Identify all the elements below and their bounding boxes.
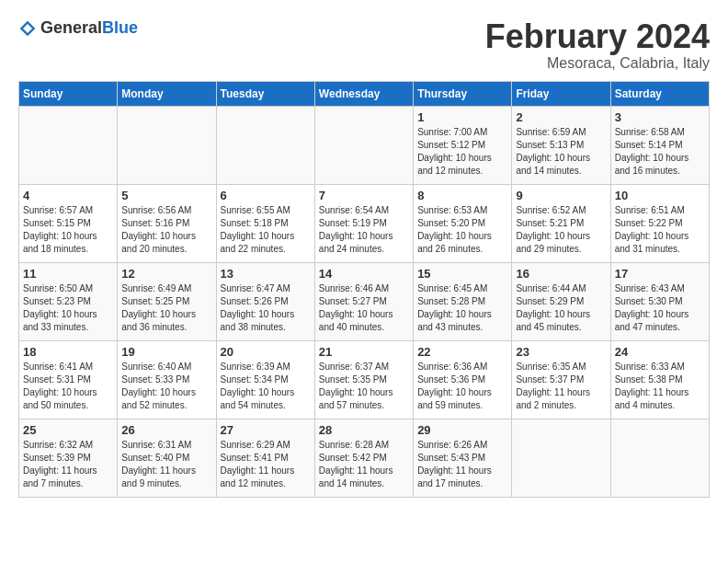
day-info: Sunrise: 6:43 AM Sunset: 5:30 PM Dayligh… <box>615 282 705 334</box>
calendar-cell: 10Sunrise: 6:51 AM Sunset: 5:22 PM Dayli… <box>610 184 709 262</box>
calendar-cell <box>216 106 314 184</box>
title-block: February 2024 Mesoraca, Calabria, Italy <box>485 18 710 72</box>
header-row: SundayMondayTuesdayWednesdayThursdayFrid… <box>19 81 710 106</box>
column-header-sunday: Sunday <box>19 81 118 106</box>
calendar-cell: 7Sunrise: 6:54 AM Sunset: 5:19 PM Daylig… <box>314 184 413 262</box>
day-info: Sunrise: 6:55 AM Sunset: 5:18 PM Dayligh… <box>221 204 311 256</box>
day-number: 29 <box>417 423 507 437</box>
calendar-cell: 15Sunrise: 6:45 AM Sunset: 5:28 PM Dayli… <box>414 262 512 340</box>
calendar-cell: 2Sunrise: 6:59 AM Sunset: 5:13 PM Daylig… <box>512 106 610 184</box>
day-number: 28 <box>319 423 409 437</box>
day-number: 4 <box>23 189 113 202</box>
calendar-cell: 17Sunrise: 6:43 AM Sunset: 5:30 PM Dayli… <box>610 262 709 340</box>
day-info: Sunrise: 6:26 AM Sunset: 5:43 PM Dayligh… <box>417 439 507 490</box>
day-info: Sunrise: 6:39 AM Sunset: 5:34 PM Dayligh… <box>221 361 311 412</box>
calendar-cell <box>19 106 118 184</box>
day-number: 2 <box>516 110 606 124</box>
calendar-cell: 8Sunrise: 6:53 AM Sunset: 5:20 PM Daylig… <box>414 184 512 262</box>
day-number: 12 <box>121 267 211 281</box>
calendar-cell: 25Sunrise: 6:32 AM Sunset: 5:39 PM Dayli… <box>19 419 118 497</box>
day-info: Sunrise: 6:52 AM Sunset: 5:21 PM Dayligh… <box>516 204 606 256</box>
day-info: Sunrise: 7:00 AM Sunset: 5:12 PM Dayligh… <box>417 126 507 178</box>
calendar-cell: 16Sunrise: 6:44 AM Sunset: 5:29 PM Dayli… <box>512 262 610 340</box>
day-info: Sunrise: 6:57 AM Sunset: 5:15 PM Dayligh… <box>23 204 113 256</box>
calendar-cell: 11Sunrise: 6:50 AM Sunset: 5:23 PM Dayli… <box>19 262 118 340</box>
day-number: 3 <box>615 110 705 124</box>
day-info: Sunrise: 6:44 AM Sunset: 5:29 PM Dayligh… <box>516 282 606 334</box>
calendar-cell: 12Sunrise: 6:49 AM Sunset: 5:25 PM Dayli… <box>118 262 216 340</box>
calendar-cell <box>314 106 413 184</box>
day-number: 24 <box>615 345 705 359</box>
day-number: 5 <box>121 189 211 202</box>
day-number: 21 <box>319 345 409 359</box>
page-title: February 2024 <box>485 18 710 55</box>
day-info: Sunrise: 6:36 AM Sunset: 5:36 PM Dayligh… <box>417 361 507 412</box>
week-row-3: 11Sunrise: 6:50 AM Sunset: 5:23 PM Dayli… <box>19 262 710 340</box>
calendar-cell: 6Sunrise: 6:55 AM Sunset: 5:18 PM Daylig… <box>216 184 314 262</box>
day-info: Sunrise: 6:45 AM Sunset: 5:28 PM Dayligh… <box>417 282 507 334</box>
column-header-thursday: Thursday <box>414 81 512 106</box>
calendar-header: SundayMondayTuesdayWednesdayThursdayFrid… <box>19 81 710 106</box>
logo-icon <box>18 19 37 38</box>
day-number: 16 <box>516 267 606 281</box>
logo: GeneralBlue <box>18 18 138 38</box>
day-number: 8 <box>417 189 507 202</box>
day-info: Sunrise: 6:50 AM Sunset: 5:23 PM Dayligh… <box>23 282 113 334</box>
calendar-cell: 5Sunrise: 6:56 AM Sunset: 5:16 PM Daylig… <box>118 184 216 262</box>
day-number: 19 <box>121 345 211 359</box>
week-row-5: 25Sunrise: 6:32 AM Sunset: 5:39 PM Dayli… <box>19 419 710 497</box>
calendar-cell: 20Sunrise: 6:39 AM Sunset: 5:34 PM Dayli… <box>216 340 314 419</box>
day-info: Sunrise: 6:40 AM Sunset: 5:33 PM Dayligh… <box>121 361 211 412</box>
column-header-friday: Friday <box>512 81 610 106</box>
calendar-cell: 9Sunrise: 6:52 AM Sunset: 5:21 PM Daylig… <box>512 184 610 262</box>
day-number: 10 <box>615 189 705 202</box>
week-row-2: 4Sunrise: 6:57 AM Sunset: 5:15 PM Daylig… <box>19 184 710 262</box>
calendar-cell: 23Sunrise: 6:35 AM Sunset: 5:37 PM Dayli… <box>512 340 610 419</box>
day-info: Sunrise: 6:29 AM Sunset: 5:41 PM Dayligh… <box>221 439 311 490</box>
day-info: Sunrise: 6:49 AM Sunset: 5:25 PM Dayligh… <box>121 282 211 334</box>
day-number: 25 <box>23 423 113 437</box>
day-number: 23 <box>516 345 606 359</box>
day-info: Sunrise: 6:59 AM Sunset: 5:13 PM Dayligh… <box>516 126 606 178</box>
day-number: 26 <box>121 423 211 437</box>
day-number: 27 <box>221 423 311 437</box>
calendar-cell: 1Sunrise: 7:00 AM Sunset: 5:12 PM Daylig… <box>414 106 512 184</box>
page-subtitle: Mesoraca, Calabria, Italy <box>485 55 710 72</box>
day-info: Sunrise: 6:31 AM Sunset: 5:40 PM Dayligh… <box>121 439 211 490</box>
day-number: 15 <box>417 267 507 281</box>
day-number: 1 <box>417 110 507 124</box>
day-number: 11 <box>23 267 113 281</box>
day-info: Sunrise: 6:33 AM Sunset: 5:38 PM Dayligh… <box>615 361 705 412</box>
column-header-wednesday: Wednesday <box>314 81 413 106</box>
calendar-cell: 21Sunrise: 6:37 AM Sunset: 5:35 PM Dayli… <box>314 340 413 419</box>
day-number: 13 <box>221 267 311 281</box>
calendar-cell: 13Sunrise: 6:47 AM Sunset: 5:26 PM Dayli… <box>216 262 314 340</box>
day-info: Sunrise: 6:46 AM Sunset: 5:27 PM Dayligh… <box>319 282 409 334</box>
day-number: 14 <box>319 267 409 281</box>
day-number: 22 <box>417 345 507 359</box>
day-number: 20 <box>221 345 311 359</box>
day-info: Sunrise: 6:53 AM Sunset: 5:20 PM Dayligh… <box>417 204 507 256</box>
day-info: Sunrise: 6:56 AM Sunset: 5:16 PM Dayligh… <box>121 204 211 256</box>
day-info: Sunrise: 6:35 AM Sunset: 5:37 PM Dayligh… <box>516 361 606 412</box>
day-number: 7 <box>319 189 409 202</box>
calendar-cell: 18Sunrise: 6:41 AM Sunset: 5:31 PM Dayli… <box>19 340 118 419</box>
column-header-monday: Monday <box>118 81 216 106</box>
day-info: Sunrise: 6:51 AM Sunset: 5:22 PM Dayligh… <box>615 204 705 256</box>
day-info: Sunrise: 6:58 AM Sunset: 5:14 PM Dayligh… <box>615 126 705 178</box>
calendar-cell: 26Sunrise: 6:31 AM Sunset: 5:40 PM Dayli… <box>118 419 216 497</box>
day-info: Sunrise: 6:54 AM Sunset: 5:19 PM Dayligh… <box>319 204 409 256</box>
column-header-tuesday: Tuesday <box>216 81 314 106</box>
calendar-cell: 19Sunrise: 6:40 AM Sunset: 5:33 PM Dayli… <box>118 340 216 419</box>
day-info: Sunrise: 6:32 AM Sunset: 5:39 PM Dayligh… <box>23 439 113 490</box>
day-number: 6 <box>221 189 311 202</box>
calendar-cell: 24Sunrise: 6:33 AM Sunset: 5:38 PM Dayli… <box>610 340 709 419</box>
calendar-cell: 4Sunrise: 6:57 AM Sunset: 5:15 PM Daylig… <box>19 184 118 262</box>
day-info: Sunrise: 6:47 AM Sunset: 5:26 PM Dayligh… <box>221 282 311 334</box>
calendar-cell: 29Sunrise: 6:26 AM Sunset: 5:43 PM Dayli… <box>414 419 512 497</box>
calendar-cell: 27Sunrise: 6:29 AM Sunset: 5:41 PM Dayli… <box>216 419 314 497</box>
week-row-1: 1Sunrise: 7:00 AM Sunset: 5:12 PM Daylig… <box>19 106 710 184</box>
day-number: 9 <box>516 189 606 202</box>
calendar-body: 1Sunrise: 7:00 AM Sunset: 5:12 PM Daylig… <box>19 106 710 497</box>
calendar-cell <box>512 419 610 497</box>
